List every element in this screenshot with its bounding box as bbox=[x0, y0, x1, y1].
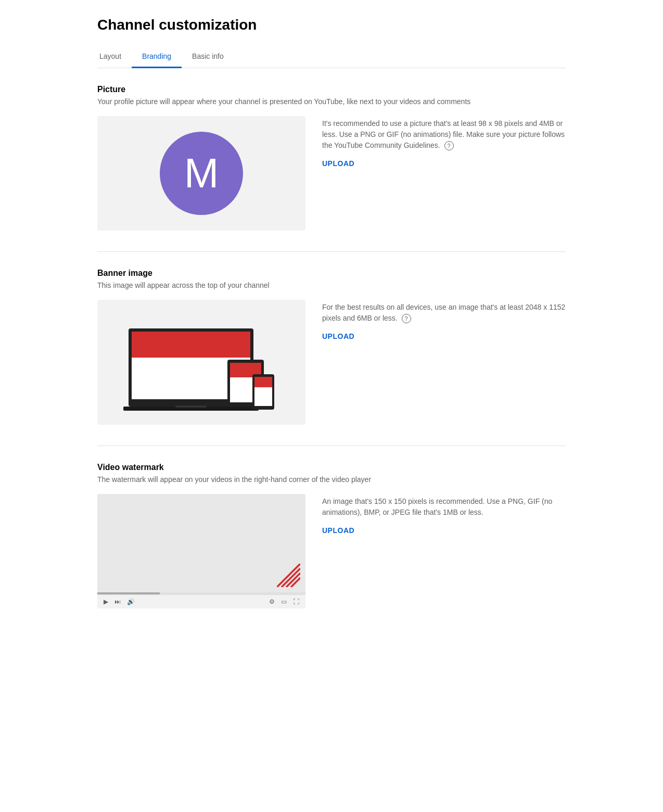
banner-title: Banner image bbox=[97, 269, 566, 278]
theater-icon[interactable]: ▭ bbox=[281, 598, 287, 605]
video-content: ▶ ⏭ 🔊 ⚙ ▭ ⛶ bbox=[97, 494, 305, 608]
svg-line-14 bbox=[291, 578, 300, 587]
banner-content: For the best results on all devices, use… bbox=[97, 300, 566, 425]
picture-preview: M bbox=[97, 116, 305, 231]
picture-help-icon[interactable]: ? bbox=[444, 141, 454, 150]
picture-section: Picture Your profile picture will appear… bbox=[97, 85, 566, 231]
video-controls: ▶ ⏭ 🔊 ⚙ ▭ ⛶ bbox=[97, 594, 305, 608]
tab-layout[interactable]: Layout bbox=[97, 46, 132, 68]
watermark-preview: ▶ ⏭ 🔊 ⚙ ▭ ⛶ bbox=[97, 494, 305, 608]
watermark-section: Video watermark The watermark will appea… bbox=[97, 463, 566, 608]
banner-upload-button[interactable]: UPLOAD bbox=[322, 332, 354, 340]
banner-section: Banner image This image will appear acro… bbox=[97, 269, 566, 425]
page-container: Channel customization Layout Branding Ba… bbox=[76, 0, 586, 646]
banner-help-icon[interactable]: ? bbox=[402, 314, 411, 323]
watermark-description: The watermark will appear on your videos… bbox=[97, 475, 566, 484]
avatar: M bbox=[160, 132, 243, 215]
divider-2 bbox=[97, 446, 566, 446]
picture-description: Your profile picture will appear where y… bbox=[97, 97, 566, 106]
svg-rect-10 bbox=[254, 377, 272, 387]
watermark-info-panel: An image that's 150 x 150 pixels is reco… bbox=[322, 494, 566, 535]
svg-line-12 bbox=[282, 568, 300, 587]
picture-title: Picture bbox=[97, 85, 566, 94]
watermark-title: Video watermark bbox=[97, 463, 566, 472]
play-icon[interactable]: ▶ bbox=[104, 598, 108, 605]
fullscreen-icon[interactable]: ⛶ bbox=[293, 598, 299, 605]
banner-info-text: For the best results on all devices, use… bbox=[322, 302, 566, 324]
banner-preview bbox=[97, 300, 305, 425]
tab-branding[interactable]: Branding bbox=[132, 46, 182, 68]
skip-icon[interactable]: ⏭ bbox=[114, 598, 121, 605]
watermark-info-text: An image that's 150 x 150 pixels is reco… bbox=[322, 496, 566, 518]
banner-description: This image will appear across the top of… bbox=[97, 281, 566, 289]
avatar-letter: M bbox=[184, 149, 219, 197]
gear-icon[interactable]: ⚙ bbox=[269, 598, 275, 605]
tabs-bar: Layout Branding Basic info bbox=[97, 46, 566, 68]
picture-upload-button[interactable]: UPLOAD bbox=[322, 159, 354, 168]
watermark-lines-svg bbox=[277, 564, 300, 587]
page-title: Channel customization bbox=[97, 17, 566, 33]
banner-illustration bbox=[97, 300, 305, 425]
divider-1 bbox=[97, 251, 566, 252]
svg-rect-2 bbox=[132, 332, 250, 358]
banner-info-panel: For the best results on all devices, use… bbox=[322, 300, 566, 340]
volume-icon[interactable]: 🔊 bbox=[127, 598, 135, 605]
picture-content: M It's recommended to use a picture that… bbox=[97, 116, 566, 231]
picture-info-panel: It's recommended to use a picture that's… bbox=[322, 116, 566, 168]
tab-basic-info[interactable]: Basic info bbox=[182, 46, 234, 68]
svg-rect-4 bbox=[175, 405, 207, 408]
banner-svg bbox=[118, 313, 285, 412]
picture-info-text: It's recommended to use a picture that's… bbox=[322, 118, 566, 151]
watermark-upload-button[interactable]: UPLOAD bbox=[322, 526, 354, 535]
watermark-content: ▶ ⏭ 🔊 ⚙ ▭ ⛶ An image that's 150 x 150 pi… bbox=[97, 494, 566, 608]
video-main-area bbox=[97, 494, 305, 592]
